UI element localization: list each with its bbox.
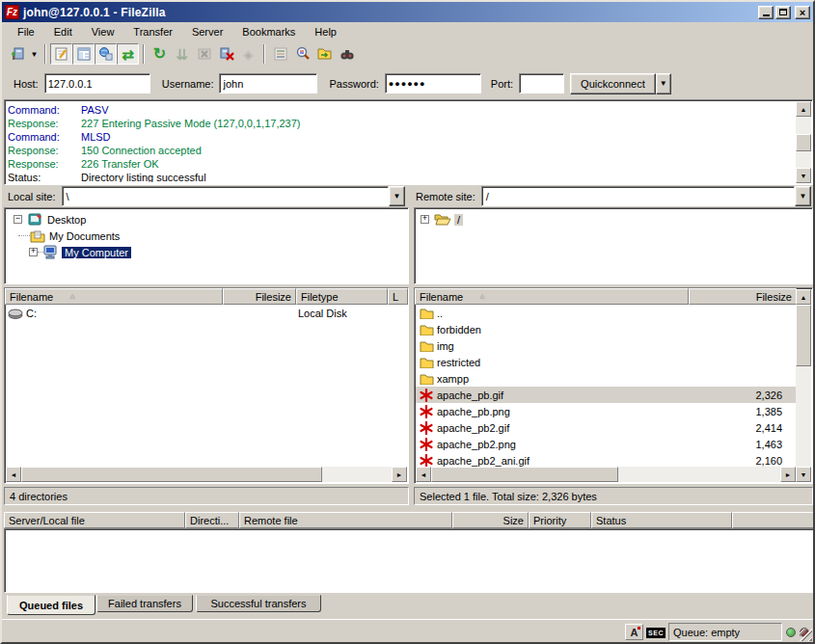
column-header-filesize[interactable]: Filesize: [223, 288, 296, 305]
toggle-remote-tree-button[interactable]: [95, 43, 117, 65]
menu-help[interactable]: Help: [305, 24, 346, 40]
local-site-combo[interactable]: \ ▼: [62, 186, 405, 206]
scrollbar-thumb[interactable]: [796, 305, 811, 366]
column-header-direction[interactable]: Directi...: [185, 512, 239, 528]
remote-file-row[interactable]: forbidden: [416, 321, 796, 337]
ascii-mark-icon: [638, 627, 640, 630]
remote-site-dropdown-button[interactable]: ▼: [795, 186, 811, 206]
image-file-icon: [420, 421, 433, 435]
column-header-filename[interactable]: Filename▲: [415, 288, 689, 305]
tree-item-desktop[interactable]: − Desktop: [5, 211, 408, 228]
tree-item-root[interactable]: + /: [415, 211, 812, 228]
disconnect-button[interactable]: [215, 43, 237, 65]
remote-site-combo[interactable]: / ▼: [481, 186, 811, 206]
find-files-button[interactable]: [336, 43, 358, 65]
password-input[interactable]: [385, 73, 481, 94]
host-input[interactable]: [44, 73, 150, 94]
close-button[interactable]: ×: [795, 6, 810, 19]
tab-failed-transfers[interactable]: Failed transfers: [96, 595, 193, 612]
menu-view[interactable]: View: [82, 24, 124, 40]
toolbar: ▼ ⇄ ↻ ⇊ ◈: [2, 40, 813, 67]
scroll-down-icon[interactable]: ▼: [796, 168, 811, 183]
column-header-filesize[interactable]: Filesize: [689, 288, 797, 305]
remote-file-row[interactable]: apache_pb2_ani.gif 2,160: [416, 452, 796, 467]
menu-bookmarks[interactable]: Bookmarks: [232, 24, 305, 40]
column-header-last-modified[interactable]: L: [388, 288, 408, 305]
toggle-transfer-queue-button[interactable]: ⇄: [117, 43, 139, 65]
tree-item-label: /: [454, 214, 463, 226]
scroll-down-icon[interactable]: ▼: [796, 467, 811, 482]
process-queue-button[interactable]: ⇊: [171, 43, 193, 65]
port-input[interactable]: [519, 73, 564, 94]
quickconnect-dropdown-button[interactable]: ▼: [656, 73, 671, 94]
synchronized-browsing-button[interactable]: [313, 43, 336, 65]
site-manager-dropdown-button[interactable]: ▼: [28, 43, 41, 65]
minimize-button[interactable]: [758, 6, 774, 19]
column-header-filetype[interactable]: Filetype: [296, 288, 388, 305]
local-list-header: Filename▲ Filesize Filetype L: [5, 288, 408, 305]
scroll-left-icon[interactable]: ◄: [6, 467, 21, 482]
transfer-queue-icon: ⇄: [122, 47, 134, 62]
toggle-local-tree-button[interactable]: [72, 43, 95, 65]
column-header-remote-file[interactable]: Remote file: [239, 512, 452, 528]
remote-v-scrollbar[interactable]: ▲ ▼: [796, 289, 811, 482]
menu-edit[interactable]: Edit: [44, 24, 82, 40]
username-input[interactable]: [219, 73, 317, 94]
chevron-down-icon: ▼: [660, 79, 667, 88]
menu-file[interactable]: File: [8, 24, 44, 40]
column-header-priority[interactable]: Priority: [529, 512, 591, 528]
resize-grip[interactable]: [800, 629, 812, 641]
file-name: apache_pb2.png: [437, 439, 516, 450]
log-line: Response:227 Entering Passive Mode (127,…: [8, 117, 793, 130]
message-log-icon: [54, 46, 69, 62]
scrollbar-thumb[interactable]: [431, 467, 618, 482]
column-header-size[interactable]: Size: [452, 512, 529, 528]
expand-icon[interactable]: +: [29, 248, 38, 256]
log-scrollbar[interactable]: ▲ ▼: [796, 101, 811, 183]
remote-file-row-selected[interactable]: apache_pb.gif 2,326: [416, 387, 796, 403]
host-label: Host:: [14, 78, 39, 90]
local-file-row[interactable]: C: Local Disk: [5, 305, 408, 321]
menu-transfer[interactable]: Transfer: [123, 24, 182, 40]
directory-listing-filters-button[interactable]: [269, 43, 291, 65]
pane-splitter[interactable]: [409, 186, 414, 504]
remote-file-row[interactable]: ..: [416, 305, 796, 321]
password-label: Password:: [329, 78, 378, 90]
expand-icon[interactable]: +: [421, 215, 429, 224]
tree-item-my-computer[interactable]: + My Computer: [5, 244, 408, 260]
directory-comparison-button[interactable]: [291, 43, 313, 65]
column-header-server-local-file[interactable]: Server/Local file: [4, 512, 185, 528]
column-header-status[interactable]: Status: [591, 512, 732, 528]
scroll-right-icon[interactable]: ►: [392, 467, 407, 482]
remote-h-scrollbar[interactable]: ◄ ►: [416, 467, 796, 482]
refresh-button[interactable]: ↻: [149, 43, 171, 65]
local-site-dropdown-button[interactable]: ▼: [389, 186, 405, 206]
scrollbar-thumb[interactable]: [21, 467, 322, 482]
remote-file-row[interactable]: apache_pb.png 1,385: [416, 403, 796, 419]
remote-file-row[interactable]: restricted: [416, 354, 796, 370]
remote-file-row[interactable]: img: [416, 337, 796, 354]
quickconnect-button[interactable]: Quickconnect: [570, 73, 656, 94]
maximize-button[interactable]: [775, 6, 791, 19]
column-header-filename[interactable]: Filename▲: [5, 288, 223, 305]
menu-server[interactable]: Server: [182, 24, 232, 40]
scroll-right-icon[interactable]: ►: [780, 467, 796, 482]
tab-successful-transfers[interactable]: Successful transfers: [196, 595, 321, 612]
cancel-operation-button[interactable]: [193, 43, 215, 65]
scroll-left-icon[interactable]: ◄: [416, 467, 431, 482]
reconnect-icon: ◈: [244, 47, 254, 62]
reconnect-button[interactable]: ◈: [237, 43, 259, 65]
tab-queued-files[interactable]: Queued files: [7, 595, 95, 615]
scrollbar-thumb[interactable]: [796, 134, 811, 151]
remote-file-row[interactable]: apache_pb2.gif 2,414: [416, 419, 796, 436]
local-h-scrollbar[interactable]: ◄ ►: [6, 467, 407, 482]
scroll-up-icon[interactable]: ▲: [796, 289, 811, 305]
remote-file-row[interactable]: xampp: [416, 370, 796, 387]
toggle-message-log-button[interactable]: [50, 43, 72, 65]
my-documents-icon: [30, 229, 45, 243]
tree-item-my-documents[interactable]: My Documents: [5, 228, 408, 244]
collapse-icon[interactable]: −: [14, 215, 22, 224]
site-manager-button[interactable]: [6, 43, 28, 65]
remote-file-row[interactable]: apache_pb2.png 1,463: [416, 436, 796, 452]
scroll-up-icon[interactable]: ▲: [796, 101, 811, 117]
